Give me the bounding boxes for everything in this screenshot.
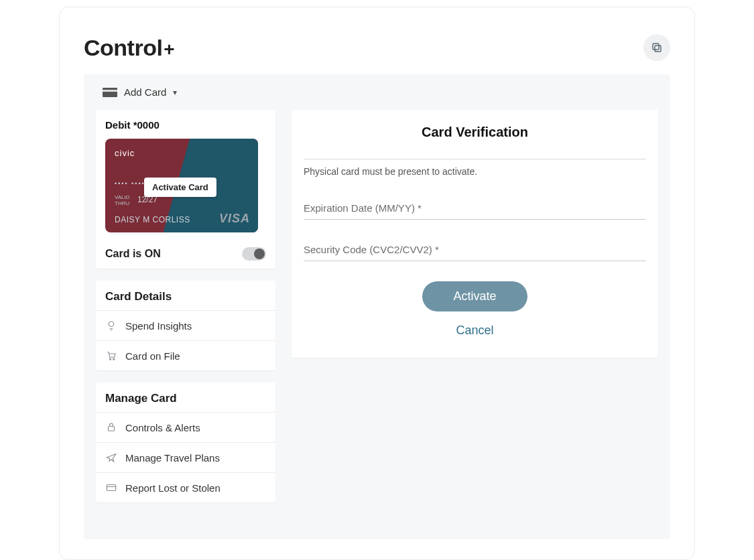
activate-button[interactable]: Activate (422, 281, 527, 311)
content-area: Add Card ▾ Debit *0000 civic •••• •••• V… (84, 74, 670, 539)
header: Control + (60, 7, 694, 74)
brand-logo: Control + (84, 35, 174, 61)
card-on-file-label: Card on File (125, 350, 180, 362)
lightbulb-icon (105, 320, 117, 332)
card-details-title: Card Details (96, 281, 275, 310)
cancel-button[interactable]: Cancel (456, 324, 493, 338)
copy-icon (651, 42, 663, 54)
card-bank: civic (115, 148, 135, 158)
card-icon (103, 88, 117, 97)
svg-rect-1 (653, 44, 659, 50)
svg-rect-5 (109, 427, 115, 431)
brand-suffix: + (164, 39, 174, 60)
spend-insights-item[interactable]: Spend Insights (96, 310, 275, 340)
report-lost-label: Report Lost or Stolen (125, 482, 221, 494)
svg-point-2 (109, 322, 114, 327)
cart-icon (105, 350, 117, 362)
manage-travel-item[interactable]: Manage Travel Plans (96, 442, 275, 472)
card-details-section: Card Details Spend Insights (96, 281, 275, 370)
card-on-file-item[interactable]: Card on File (96, 340, 275, 370)
svg-rect-6 (107, 485, 116, 491)
brand-name: Control (84, 35, 162, 61)
controls-alerts-label: Controls & Alerts (125, 422, 200, 433)
toggle-knob (254, 249, 265, 259)
plane-icon (105, 451, 117, 464)
add-card-dropdown[interactable]: Add Card ▾ (96, 84, 658, 110)
security-code-input[interactable] (304, 240, 646, 261)
card-broken-icon (105, 482, 117, 494)
chevron-down-icon: ▾ (173, 88, 177, 97)
lock-icon (105, 421, 117, 433)
card-status-label: Card is ON (105, 248, 161, 260)
controls-alerts-item[interactable]: Controls & Alerts (96, 412, 275, 442)
svg-point-4 (113, 358, 115, 360)
add-card-label: Add Card (124, 86, 166, 98)
manage-card-section: Manage Card Controls & Alerts (96, 382, 275, 502)
card-title: Debit *0000 (105, 119, 266, 131)
divider (304, 159, 646, 159)
svg-rect-0 (655, 46, 661, 52)
credit-card-visual: civic •••• •••• VALIDTHRU 12/27 DAISY M … (105, 139, 258, 232)
spend-insights-label: Spend Insights (125, 320, 192, 332)
manage-travel-label: Manage Travel Plans (125, 452, 220, 464)
card-masked-number: •••• •••• (115, 180, 145, 187)
activate-card-chip[interactable]: Activate Card (144, 178, 216, 197)
card-summary-panel: Debit *0000 civic •••• •••• VALIDTHRU 12… (96, 110, 275, 269)
verification-title: Card Verification (304, 125, 646, 140)
visa-logo: VISA (219, 212, 250, 226)
verification-note: Physical card must be present to activat… (304, 166, 646, 177)
copy-icon-button[interactable] (643, 34, 670, 61)
manage-card-title: Manage Card (96, 382, 275, 412)
report-lost-item[interactable]: Report Lost or Stolen (96, 472, 275, 502)
card-holder-name: DAISY M CORLISS (115, 215, 190, 224)
card-valid-label: VALIDTHRU (115, 195, 130, 207)
svg-point-3 (109, 358, 111, 360)
app-card: Control + Add Card ▾ Debit *0 (59, 7, 695, 560)
card-status-toggle[interactable] (242, 247, 266, 261)
expiration-date-input[interactable] (304, 198, 646, 220)
card-verification-panel: Card Verification Physical card must be … (292, 110, 658, 358)
